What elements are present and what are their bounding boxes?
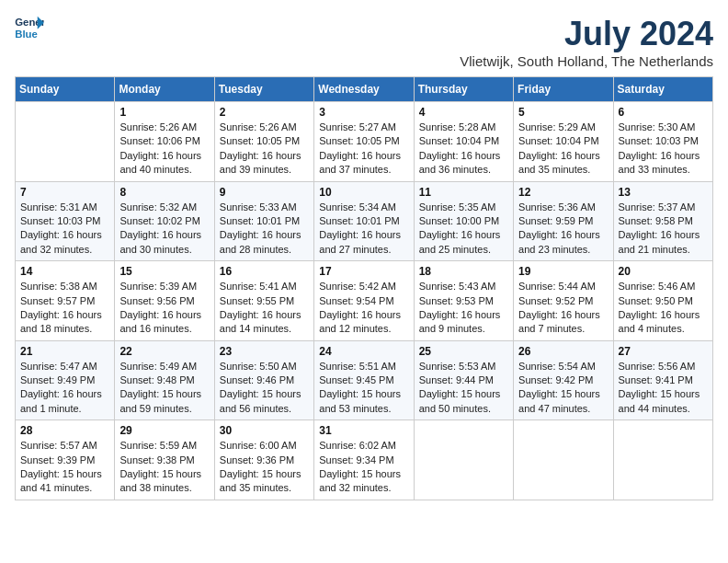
day-info: Sunrise: 5:42 AM Sunset: 9:54 PM Dayligh… xyxy=(319,280,409,337)
calendar-cell: 12Sunrise: 5:36 AM Sunset: 9:59 PM Dayli… xyxy=(514,181,613,261)
day-info: Sunrise: 5:32 AM Sunset: 10:02 PM Daylig… xyxy=(119,201,210,258)
weekday-header-wednesday: Wednesday xyxy=(314,77,414,102)
weekday-header-saturday: Saturday xyxy=(613,77,712,102)
calendar-cell: 13Sunrise: 5:37 AM Sunset: 9:58 PM Dayli… xyxy=(613,181,712,261)
calendar-cell xyxy=(16,102,115,182)
day-info: Sunrise: 5:51 AM Sunset: 9:45 PM Dayligh… xyxy=(319,360,409,417)
calendar-table: SundayMondayTuesdayWednesdayThursdayFrid… xyxy=(15,76,713,500)
calendar-cell: 22Sunrise: 5:49 AM Sunset: 9:48 PM Dayli… xyxy=(115,340,214,420)
day-number: 7 xyxy=(20,186,110,199)
day-number: 16 xyxy=(220,265,310,278)
calendar-cell: 31Sunrise: 6:02 AM Sunset: 9:34 PM Dayli… xyxy=(314,420,414,500)
day-number: 8 xyxy=(119,186,210,199)
logo: General Blue xyxy=(15,15,44,40)
day-info: Sunrise: 5:39 AM Sunset: 9:56 PM Dayligh… xyxy=(119,280,210,337)
day-info: Sunrise: 5:57 AM Sunset: 9:39 PM Dayligh… xyxy=(20,439,110,496)
day-number: 22 xyxy=(119,345,210,358)
day-number: 5 xyxy=(518,106,609,119)
calendar-cell xyxy=(514,420,613,500)
calendar-cell: 25Sunrise: 5:53 AM Sunset: 9:44 PM Dayli… xyxy=(414,340,513,420)
day-number: 9 xyxy=(220,186,310,199)
day-number: 2 xyxy=(220,106,310,119)
calendar-cell: 14Sunrise: 5:38 AM Sunset: 9:57 PM Dayli… xyxy=(16,261,115,341)
day-info: Sunrise: 5:44 AM Sunset: 9:52 PM Dayligh… xyxy=(518,280,609,337)
logo-icon: General Blue xyxy=(15,15,44,40)
day-info: Sunrise: 6:00 AM Sunset: 9:36 PM Dayligh… xyxy=(220,439,310,496)
day-number: 13 xyxy=(619,186,709,199)
day-info: Sunrise: 5:53 AM Sunset: 9:44 PM Dayligh… xyxy=(419,360,509,417)
day-info: Sunrise: 5:30 AM Sunset: 10:03 PM Daylig… xyxy=(619,121,709,178)
day-info: Sunrise: 5:33 AM Sunset: 10:01 PM Daylig… xyxy=(220,201,310,258)
day-number: 19 xyxy=(518,265,609,278)
calendar-cell: 27Sunrise: 5:56 AM Sunset: 9:41 PM Dayli… xyxy=(613,340,712,420)
calendar-cell: 11Sunrise: 5:35 AM Sunset: 10:00 PM Dayl… xyxy=(414,181,513,261)
calendar-cell: 19Sunrise: 5:44 AM Sunset: 9:52 PM Dayli… xyxy=(514,261,613,341)
day-info: Sunrise: 5:41 AM Sunset: 9:55 PM Dayligh… xyxy=(220,280,310,337)
calendar-cell xyxy=(613,420,712,500)
day-number: 27 xyxy=(619,345,709,358)
day-info: Sunrise: 5:29 AM Sunset: 10:04 PM Daylig… xyxy=(518,121,609,178)
calendar-cell: 24Sunrise: 5:51 AM Sunset: 9:45 PM Dayli… xyxy=(314,340,414,420)
day-number: 25 xyxy=(419,345,509,358)
day-info: Sunrise: 5:49 AM Sunset: 9:48 PM Dayligh… xyxy=(119,360,210,417)
month-title: July 2024 xyxy=(460,15,713,53)
calendar-cell: 18Sunrise: 5:43 AM Sunset: 9:53 PM Dayli… xyxy=(414,261,513,341)
day-info: Sunrise: 5:34 AM Sunset: 10:01 PM Daylig… xyxy=(319,201,409,258)
day-number: 1 xyxy=(119,106,210,119)
calendar-cell: 4Sunrise: 5:28 AM Sunset: 10:04 PM Dayli… xyxy=(414,102,513,182)
calendar-cell: 9Sunrise: 5:33 AM Sunset: 10:01 PM Dayli… xyxy=(214,181,313,261)
svg-text:Blue: Blue xyxy=(15,29,38,40)
day-number: 4 xyxy=(419,106,509,119)
location: Vlietwijk, South Holland, The Netherland… xyxy=(460,53,713,69)
day-info: Sunrise: 5:35 AM Sunset: 10:00 PM Daylig… xyxy=(419,201,509,258)
page-header: General Blue July 2024 Vlietwijk, South … xyxy=(15,15,713,69)
day-info: Sunrise: 6:02 AM Sunset: 9:34 PM Dayligh… xyxy=(319,439,409,496)
calendar-cell: 28Sunrise: 5:57 AM Sunset: 9:39 PM Dayli… xyxy=(16,420,115,500)
day-number: 21 xyxy=(20,345,110,358)
day-info: Sunrise: 5:28 AM Sunset: 10:04 PM Daylig… xyxy=(419,121,509,178)
day-number: 23 xyxy=(220,345,310,358)
day-info: Sunrise: 5:50 AM Sunset: 9:46 PM Dayligh… xyxy=(220,360,310,417)
calendar-cell: 15Sunrise: 5:39 AM Sunset: 9:56 PM Dayli… xyxy=(115,261,214,341)
day-info: Sunrise: 5:56 AM Sunset: 9:41 PM Dayligh… xyxy=(619,360,709,417)
weekday-header-friday: Friday xyxy=(514,77,613,102)
day-info: Sunrise: 5:38 AM Sunset: 9:57 PM Dayligh… xyxy=(20,280,110,337)
calendar-cell xyxy=(414,420,513,500)
day-info: Sunrise: 5:43 AM Sunset: 9:53 PM Dayligh… xyxy=(419,280,509,337)
calendar-cell: 8Sunrise: 5:32 AM Sunset: 10:02 PM Dayli… xyxy=(115,181,214,261)
calendar-cell: 20Sunrise: 5:46 AM Sunset: 9:50 PM Dayli… xyxy=(613,261,712,341)
day-number: 20 xyxy=(619,265,709,278)
calendar-cell: 3Sunrise: 5:27 AM Sunset: 10:05 PM Dayli… xyxy=(314,102,414,182)
day-number: 17 xyxy=(319,265,409,278)
day-info: Sunrise: 5:54 AM Sunset: 9:42 PM Dayligh… xyxy=(518,360,609,417)
day-info: Sunrise: 5:46 AM Sunset: 9:50 PM Dayligh… xyxy=(619,280,709,337)
day-number: 12 xyxy=(518,186,609,199)
calendar-cell: 6Sunrise: 5:30 AM Sunset: 10:03 PM Dayli… xyxy=(613,102,712,182)
calendar-cell: 10Sunrise: 5:34 AM Sunset: 10:01 PM Dayl… xyxy=(314,181,414,261)
title-block: July 2024 Vlietwijk, South Holland, The … xyxy=(460,15,713,69)
day-number: 31 xyxy=(319,424,409,437)
weekday-header-thursday: Thursday xyxy=(414,77,513,102)
day-info: Sunrise: 5:47 AM Sunset: 9:49 PM Dayligh… xyxy=(20,360,110,417)
weekday-header-tuesday: Tuesday xyxy=(214,77,313,102)
weekday-header-monday: Monday xyxy=(115,77,214,102)
calendar-cell: 5Sunrise: 5:29 AM Sunset: 10:04 PM Dayli… xyxy=(514,102,613,182)
day-number: 18 xyxy=(419,265,509,278)
day-number: 11 xyxy=(419,186,509,199)
day-info: Sunrise: 5:27 AM Sunset: 10:05 PM Daylig… xyxy=(319,121,409,178)
day-number: 26 xyxy=(518,345,609,358)
calendar-cell: 21Sunrise: 5:47 AM Sunset: 9:49 PM Dayli… xyxy=(16,340,115,420)
day-number: 28 xyxy=(20,424,110,437)
calendar-cell: 23Sunrise: 5:50 AM Sunset: 9:46 PM Dayli… xyxy=(214,340,313,420)
calendar-cell: 26Sunrise: 5:54 AM Sunset: 9:42 PM Dayli… xyxy=(514,340,613,420)
day-info: Sunrise: 5:37 AM Sunset: 9:58 PM Dayligh… xyxy=(619,201,709,258)
day-info: Sunrise: 5:59 AM Sunset: 9:38 PM Dayligh… xyxy=(119,439,210,496)
calendar-cell: 2Sunrise: 5:26 AM Sunset: 10:05 PM Dayli… xyxy=(214,102,313,182)
day-info: Sunrise: 5:36 AM Sunset: 9:59 PM Dayligh… xyxy=(518,201,609,258)
day-number: 14 xyxy=(20,265,110,278)
day-info: Sunrise: 5:31 AM Sunset: 10:03 PM Daylig… xyxy=(20,201,110,258)
weekday-header-sunday: Sunday xyxy=(16,77,115,102)
calendar-cell: 30Sunrise: 6:00 AM Sunset: 9:36 PM Dayli… xyxy=(214,420,313,500)
day-number: 6 xyxy=(619,106,709,119)
day-info: Sunrise: 5:26 AM Sunset: 10:05 PM Daylig… xyxy=(220,121,310,178)
